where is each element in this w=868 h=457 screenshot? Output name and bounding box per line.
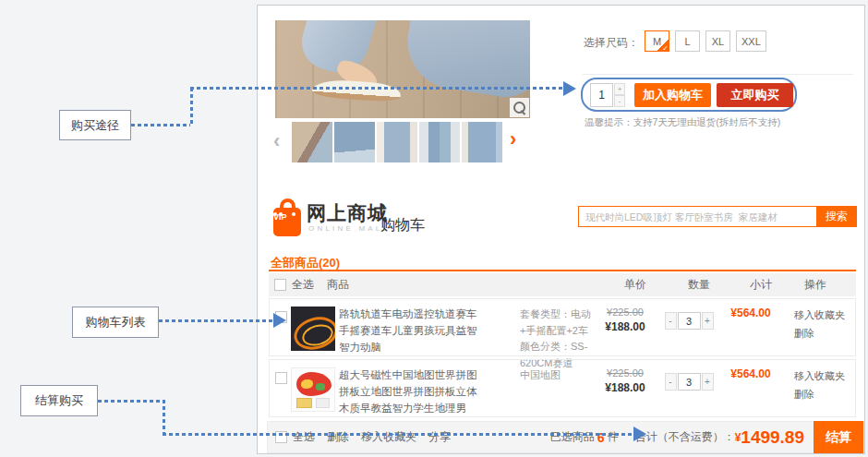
annotation-checkout-label: 结算购买	[35, 392, 83, 409]
quantity-input[interactable]	[590, 83, 613, 107]
delete-link[interactable]: 删除	[327, 429, 349, 445]
search-button[interactable]: 搜索	[816, 206, 857, 227]
product-thumbnail[interactable]	[462, 122, 502, 162]
header-price: 单价	[606, 277, 665, 293]
slipper-shape	[311, 78, 401, 103]
size-option-label: XL	[712, 36, 724, 47]
row-quantity-stepper: - +	[665, 312, 714, 330]
map-shape	[316, 383, 325, 391]
header-product: 商品	[327, 277, 349, 293]
move-to-favorites-link[interactable]: 移入收藏夹	[361, 429, 416, 445]
size-option-xl[interactable]: XL	[705, 30, 730, 52]
current-price: ¥188.00	[596, 381, 655, 394]
product-main-image[interactable]	[275, 20, 530, 118]
thumbnails-prev-icon[interactable]: ‹	[273, 131, 280, 151]
select-all-checkbox[interactable]	[274, 279, 286, 291]
table-header: 全选 商品 单价 数量 小计 操作	[269, 273, 856, 296]
product-title[interactable]: 超大号磁性中国地图世界拼图拼板立地图世界拼图拼板立体木质早教益智力学生地理男	[339, 367, 487, 416]
price-cell: ¥225.00 ¥188.00	[596, 307, 655, 333]
product-thumbnail[interactable]	[334, 122, 375, 162]
subtotal: ¥564.00	[723, 367, 778, 380]
row-checkbox[interactable]	[275, 372, 287, 384]
tab-underline	[269, 270, 856, 271]
product-thumbnail[interactable]	[377, 122, 417, 162]
divider	[583, 74, 853, 75]
bag-dot	[292, 212, 295, 216]
annotation-cart-list: 购物车列表	[72, 307, 159, 338]
size-option-label: XXL	[741, 36, 761, 47]
map-shape	[301, 379, 313, 389]
quantity-increase-button[interactable]: +	[614, 83, 625, 95]
header-select-all: 全选	[292, 277, 316, 293]
quantity-decrease-button[interactable]: -	[614, 95, 625, 107]
size-label: 选择尺码：	[584, 35, 639, 51]
size-option-xxl[interactable]: XXL	[736, 30, 766, 52]
vip-badge: VIP	[273, 212, 277, 216]
dotted-line	[163, 400, 165, 435]
select-all-link[interactable]: 全选	[293, 429, 315, 445]
header-quantity: 数量	[665, 277, 733, 293]
quantity-cell: - +	[655, 312, 723, 330]
dotted-line	[190, 88, 193, 126]
return-policy-tip: 温馨提示：支持7天无理由退货(拆封后不支持)	[585, 116, 780, 129]
product-title[interactable]: 路轨轨道车电动遥控轨道赛车手摇赛道车儿童男孩玩具益智智力动脑	[339, 307, 487, 355]
product-image-race-track[interactable]	[291, 307, 335, 351]
cart-footer-bar: 全选 删除 移入收藏夹 分享 已选商品 6 件 合计（不含运费）： ¥ 1499…	[267, 421, 864, 453]
quantity-increase-button[interactable]: +	[702, 312, 714, 330]
page: 购买途径 购物车列表 结算购买 ‹ ›	[0, 0, 868, 457]
quantity-decrease-button[interactable]: -	[665, 373, 677, 391]
thumbnails-next-icon[interactable]: ›	[510, 129, 516, 150]
product-image-china-map[interactable]	[291, 367, 335, 412]
annotation-cart-list-label: 购物车列表	[86, 314, 146, 331]
size-selector: 选择尺码： M ✓ L XL XXL	[584, 30, 766, 52]
arrow-icon	[273, 313, 286, 328]
page-title: 购物车	[380, 216, 425, 235]
mall-name-en: ONLINE MALL	[308, 224, 390, 233]
add-to-cart-button[interactable]: 加入购物车	[634, 83, 711, 107]
selected-items-count: 6	[597, 430, 605, 445]
checkout-button[interactable]: 结算	[814, 421, 863, 453]
total-value: 1499.89	[741, 427, 804, 448]
puzzle-piece	[316, 398, 330, 408]
dotted-line	[98, 400, 164, 403]
arrow-icon	[633, 427, 646, 441]
quantity-decrease-button[interactable]: -	[665, 312, 677, 330]
move-to-favorites-link[interactable]: 移入收藏夹	[794, 307, 846, 325]
header-actions: 操作	[789, 277, 856, 293]
magnifier-icon[interactable]	[510, 98, 529, 117]
product-thumbnail[interactable]	[419, 122, 460, 162]
cart-row: 超大号磁性中国地图世界拼图拼板立地图世界拼图拼板立体木质早教益智力学生地理男 中…	[269, 359, 856, 417]
spec-line: 中国地图	[520, 367, 596, 384]
row-quantity-input[interactable]	[678, 312, 701, 330]
size-option-m[interactable]: M ✓	[645, 30, 669, 52]
thumbnail-strip	[292, 122, 502, 162]
quantity-increase-button[interactable]: +	[702, 373, 714, 391]
row-quantity-input[interactable]	[678, 373, 701, 391]
actions-cell: 移入收藏夹 删除	[778, 307, 846, 343]
dotted-line	[163, 433, 633, 436]
current-price: ¥188.00	[596, 320, 655, 333]
spec-line: 套餐类型：电动+手摇配置+2车	[520, 307, 596, 339]
price-cell: ¥225.00 ¥188.00	[596, 367, 655, 394]
annotation-checkout: 结算购买	[20, 385, 98, 416]
delete-link[interactable]: 删除	[794, 325, 846, 343]
puzzle-piece	[296, 398, 312, 408]
quantity-stepper: + -	[590, 83, 625, 107]
mall-logo-bag-icon: VIP	[273, 198, 301, 236]
size-option-l[interactable]: L	[675, 30, 700, 52]
header-subtotal: 小计	[733, 277, 789, 293]
old-price: ¥225.00	[596, 367, 655, 379]
buy-now-button[interactable]: 立即购买	[717, 83, 793, 107]
dotted-line	[159, 319, 273, 322]
row-quantity-stepper: - +	[665, 373, 714, 391]
share-link[interactable]: 分享	[428, 429, 451, 445]
actions-cell: 移入收藏夹 删除	[778, 367, 846, 404]
search-input[interactable]	[578, 206, 816, 227]
buy-actions-group: + - 加入购物车 立即购买	[581, 78, 797, 112]
shop-page-card: ‹ › 选择尺码： M ✓ L XL XXL	[257, 5, 865, 454]
delete-link[interactable]: 删除	[794, 386, 846, 404]
move-to-favorites-link[interactable]: 移入收藏夹	[794, 367, 846, 386]
old-price: ¥225.00	[596, 307, 655, 318]
product-thumbnail[interactable]	[292, 122, 332, 162]
currency-symbol: ¥	[735, 431, 741, 444]
